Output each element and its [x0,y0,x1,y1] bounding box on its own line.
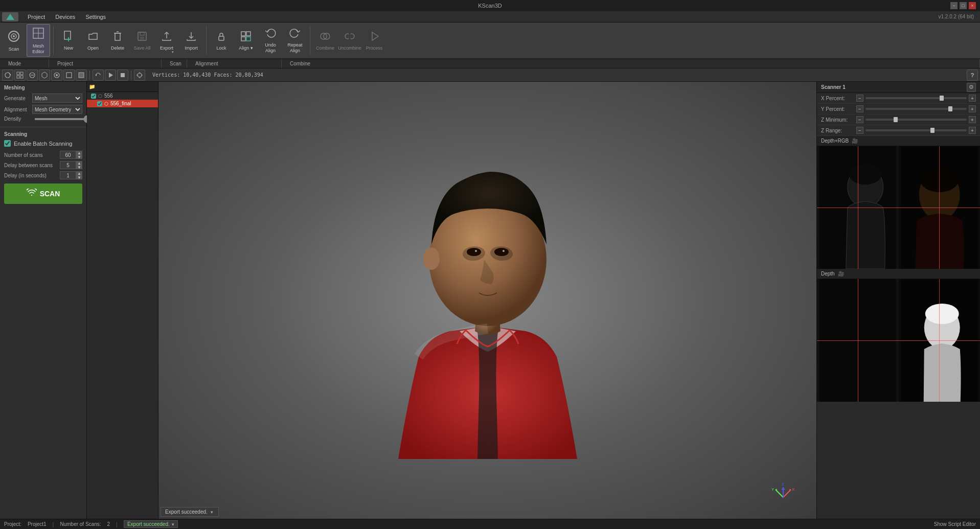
alignment-label: Alignment [4,107,32,112]
z-range-thumb[interactable] [930,128,935,133]
delay-between-down[interactable]: ▼ [76,165,82,169]
view-circle-button[interactable] [51,70,62,81]
svg-rect-22 [241,37,245,41]
delay-between-spinner: ▲ ▼ [76,161,82,169]
y-percent-row: Y Percent: − + [817,104,980,114]
svg-text:X: X [792,487,795,492]
save-all-button[interactable]: Save All [130,24,154,57]
align-button[interactable]: Align ▾ [234,24,258,57]
num-scans-input[interactable] [60,151,76,159]
delay-between-row: Delay between scans ▲ ▼ [4,161,82,169]
window-controls: − □ × [950,2,976,9]
script-editor-button[interactable]: Show Script Editor [934,521,976,527]
depth-rgb-header: Depth+RGB 🎥 [817,136,980,146]
meshing-title: Meshing [4,85,82,90]
y-percent-minus[interactable]: − [856,105,863,112]
tree-item-556-final[interactable]: ⬡ 556_final [87,100,158,107]
x-percent-plus[interactable]: + [969,95,976,102]
undo-align-label: UndoAlign [265,42,276,54]
alignment-select[interactable]: Mesh Geometry None [32,105,82,114]
y-percent-thumb[interactable] [948,106,952,111]
z-range-minus[interactable]: − [856,127,863,134]
y-percent-plus[interactable]: + [969,105,976,112]
z-minimum-plus[interactable]: + [969,116,976,123]
tree-556final-checkbox[interactable] [97,101,102,106]
x-percent-minus[interactable]: − [856,95,863,102]
generate-select[interactable]: Mesh Point Cloud [32,94,82,103]
close-button[interactable]: × [969,2,976,9]
view-center-button[interactable] [134,70,145,81]
delete-button[interactable]: Delete [106,24,129,57]
sep1 [53,26,54,55]
combine-section: Combine [282,59,980,68]
app-title: KScan3D [478,3,502,9]
z-range-plus[interactable]: + [969,127,976,134]
svg-marker-44 [109,73,113,78]
process-button[interactable]: Process [362,24,386,57]
svg-marker-31 [9,74,11,75]
svg-rect-32 [17,72,19,75]
scan-main-button[interactable]: SCAN [4,183,82,204]
delay-seconds-input[interactable] [60,171,76,179]
export-button[interactable]: Export ▾ [155,24,178,57]
import-label: Import [185,45,198,51]
lock-button[interactable]: Lock [210,24,233,57]
tree-556-mesh-icon: ⬡ [98,94,102,99]
menu-devices[interactable]: Devices [50,13,80,21]
alignment-section: Alignment [187,59,282,68]
view-minus-button[interactable] [27,70,38,81]
scan-button[interactable]: Scan [2,24,26,57]
delay-between-input[interactable] [60,161,76,169]
delay-seconds-down[interactable]: ▼ [76,175,82,179]
z-minimum-minus[interactable]: − [856,116,863,123]
undo-align-button[interactable]: UndoAlign [259,24,282,57]
view-grid-button[interactable] [14,70,26,81]
view-rotate-button[interactable] [2,70,13,81]
svg-rect-14 [140,32,144,35]
notification-dropdown[interactable]: ▾ [210,510,214,515]
depth-camera-icon: 🎥 [838,271,844,277]
combine-button[interactable]: Combine [313,24,337,57]
svg-text:Y: Y [771,487,774,492]
y-percent-label: Y Percent: [821,106,854,112]
delay-seconds-row: Delay (in seconds) ▲ ▼ [4,171,82,179]
repeat-align-icon [289,27,301,41]
align-label: Align ▾ [239,45,253,51]
import-button[interactable]: Import [179,24,203,57]
new-button[interactable]: New [57,24,80,57]
svg-point-71 [849,164,882,185]
viewport[interactable]: X Y Z Export succeeded. ▾ [158,82,816,519]
scanner-settings-button[interactable]: ⚙ [967,83,976,92]
view-play-button[interactable] [105,70,116,81]
view-square-button[interactable] [63,70,75,81]
tree-556-checkbox[interactable] [91,94,96,99]
view-hex-button[interactable] [39,70,50,81]
delay-between-label: Delay between scans [4,163,60,168]
num-scans-down[interactable]: ▼ [76,155,82,159]
view-fill-button[interactable] [76,70,87,81]
menu-project[interactable]: Project [22,13,50,21]
svg-rect-23 [246,37,250,41]
export-status-dropdown[interactable]: ▾ [172,522,174,527]
enable-batch-checkbox[interactable] [4,140,11,147]
minimize-button[interactable]: − [950,2,958,9]
mesh-editor-button[interactable]: MeshEditor [27,24,50,57]
uncombine-button[interactable]: Uncombine [338,24,361,57]
z-range-row: Z Range: − + [817,125,980,136]
help-button[interactable]: ? [967,70,978,81]
delay-seconds-spinner: ▲ ▼ [76,171,82,179]
export-notification: Export succeeded. ▾ [161,507,219,517]
z-minimum-label: Z Minimum: [821,117,854,123]
open-button[interactable]: Open [81,24,105,57]
view-reset-button[interactable] [93,70,104,81]
x-percent-thumb[interactable] [940,96,944,101]
depth-label: Depth [821,271,835,277]
tree-item-556[interactable]: ⬡ 556 [87,92,158,100]
z-minimum-thumb[interactable] [894,117,898,122]
svg-rect-41 [66,73,72,78]
save-all-icon [136,30,148,44]
repeat-align-button[interactable]: RepeatAlign [283,24,307,57]
restore-button[interactable]: □ [960,2,967,9]
menu-settings[interactable]: Settings [80,13,111,21]
view-stop-button[interactable] [117,70,128,81]
